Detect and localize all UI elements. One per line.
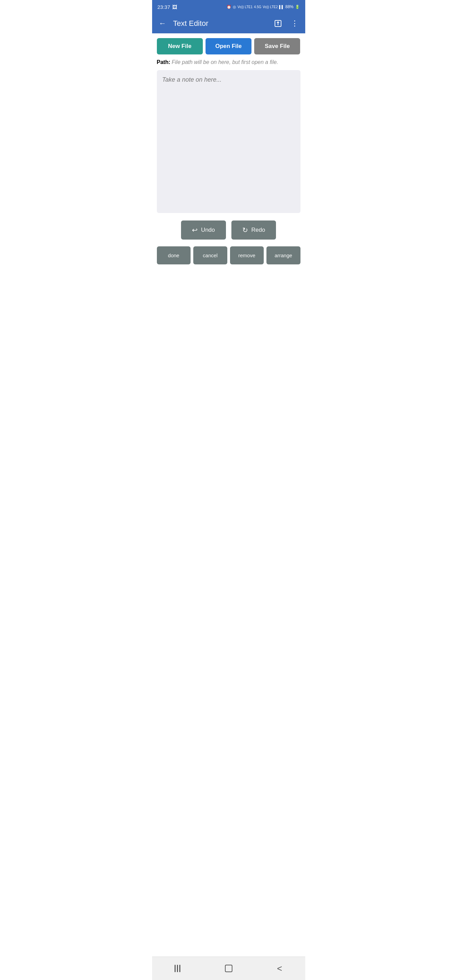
done-button[interactable]: done <box>157 247 191 264</box>
signal-icon: Vo)) LTE1 <box>237 5 253 9</box>
app-title: Text Editor <box>173 19 209 28</box>
signal-bars-icon: ▌▌ <box>279 5 284 9</box>
back-nav-button[interactable]: < <box>273 962 287 975</box>
nav-bar: < <box>152 956 305 980</box>
open-file-button[interactable]: Open File <box>205 38 252 54</box>
arrange-button[interactable]: arrange <box>266 247 301 264</box>
alarm-icon: ⏰ <box>227 5 231 9</box>
battery-text: 88% <box>285 5 293 9</box>
path-label: Path: <box>157 59 170 65</box>
signal2-icon: 4.5G <box>254 5 261 9</box>
path-value: File path will be on here, but first ope… <box>172 59 279 65</box>
home-icon <box>225 965 232 972</box>
bottom-buttons-row: done cancel remove arrange <box>157 247 301 264</box>
status-bar: 23:37 🖼 ⏰ ◎ Vo)) LTE1 4.5G Vo)) LTE2 ▌▌ … <box>152 0 305 14</box>
main-content: New File Open File Save File Path: File … <box>152 33 305 956</box>
redo-button[interactable]: ↻ Redo <box>231 221 276 240</box>
file-buttons-row: New File Open File Save File <box>157 38 301 54</box>
new-file-button[interactable]: New File <box>157 38 203 54</box>
battery-icon: 🔋 <box>295 5 300 9</box>
path-row: Path: File path will be on here, but fir… <box>157 59 301 66</box>
undo-icon: ↩ <box>192 226 198 234</box>
app-bar-left: ← Text Editor <box>158 18 209 29</box>
status-icons: ⏰ ◎ Vo)) LTE1 4.5G Vo)) LTE2 ▌▌ 88% 🔋 <box>227 5 299 9</box>
undo-redo-row: ↩ Undo ↻ Redo <box>157 221 301 240</box>
back-button[interactable]: ← <box>158 18 168 29</box>
home-button[interactable] <box>222 962 236 975</box>
wifi-icon: ◎ <box>233 5 236 9</box>
status-time: 23:37 🖼 <box>158 4 178 10</box>
export-icon <box>274 19 282 27</box>
back-nav-icon: < <box>277 964 282 973</box>
cancel-button[interactable]: cancel <box>193 247 227 264</box>
export-button[interactable] <box>272 18 283 29</box>
more-options-button[interactable]: ⋮ <box>290 18 300 29</box>
undo-button[interactable]: ↩ Undo <box>181 221 226 240</box>
recent-apps-button[interactable] <box>171 962 185 975</box>
app-bar-right: ⋮ <box>272 18 300 29</box>
redo-label: Redo <box>252 227 266 234</box>
app-bar: ← Text Editor ⋮ <box>152 14 305 33</box>
text-editor[interactable] <box>157 70 301 213</box>
signal3-icon: Vo)) LTE2 <box>263 5 278 9</box>
redo-icon: ↻ <box>242 226 248 234</box>
remove-button[interactable]: remove <box>230 247 264 264</box>
save-file-button[interactable]: Save File <box>254 38 300 54</box>
recent-apps-icon <box>175 965 180 972</box>
undo-label: Undo <box>201 227 215 234</box>
gallery-icon: 🖼 <box>172 4 177 10</box>
